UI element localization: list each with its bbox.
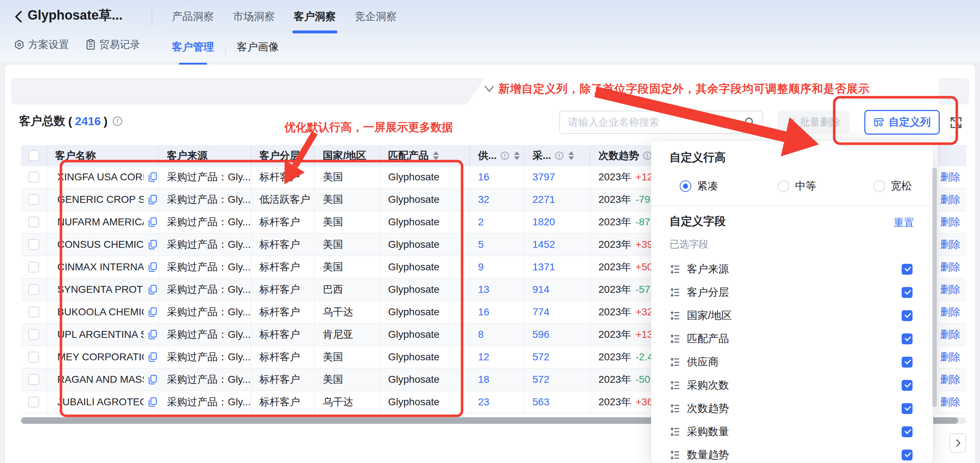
row-checkbox[interactable] — [28, 262, 39, 273]
drag-handle-icon[interactable] — [670, 287, 680, 297]
delete-link[interactable]: 删除 — [940, 238, 961, 251]
suppliers-count-link[interactable]: 12 — [478, 351, 489, 363]
suppliers-count-link[interactable]: 13 — [478, 284, 489, 295]
row-checkbox[interactable] — [28, 351, 39, 362]
copy-icon[interactable] — [147, 329, 158, 340]
delete-link[interactable]: 删除 — [940, 283, 961, 297]
delete-link[interactable]: 删除 — [940, 305, 961, 319]
purchase-count-link[interactable]: 1371 — [533, 261, 555, 273]
radio-medium[interactable]: 中等 — [778, 179, 816, 193]
delete-link[interactable]: 删除 — [940, 373, 961, 386]
drag-handle-icon[interactable] — [670, 450, 680, 460]
copy-icon[interactable] — [147, 194, 158, 205]
copy-icon[interactable] — [147, 374, 158, 385]
nav-tab[interactable]: 客户洞察 — [294, 10, 336, 34]
row-checkbox[interactable] — [28, 374, 39, 385]
field-checkbox[interactable] — [902, 426, 913, 437]
copy-icon[interactable] — [147, 239, 158, 250]
copy-icon[interactable] — [147, 397, 158, 407]
purchase-count-link[interactable]: 1820 — [533, 216, 555, 228]
search-icon[interactable] — [743, 116, 756, 128]
tab-customer-profile[interactable]: 客户画像 — [237, 38, 279, 62]
field-checkbox[interactable] — [902, 450, 913, 460]
delete-link[interactable]: 删除 — [940, 395, 961, 409]
drag-handle-icon[interactable] — [670, 357, 680, 367]
info-icon[interactable] — [500, 151, 509, 160]
info-icon[interactable] — [555, 151, 564, 160]
radio-compact[interactable]: 紧凑 — [680, 179, 718, 193]
row-checkbox[interactable] — [28, 239, 39, 250]
purchase-count-link[interactable]: 572 — [533, 374, 549, 385]
field-checkbox[interactable] — [902, 357, 913, 367]
field-checkbox[interactable] — [902, 287, 913, 298]
sort-icon[interactable] — [568, 151, 574, 160]
drag-handle-icon[interactable] — [670, 334, 680, 344]
back-icon[interactable] — [12, 10, 25, 24]
copy-icon[interactable] — [147, 262, 158, 273]
reset-link[interactable]: 重置 — [894, 216, 914, 230]
purchase-count-link[interactable]: 3797 — [533, 171, 555, 183]
sort-icon[interactable] — [433, 151, 439, 160]
info-icon[interactable] — [112, 116, 123, 127]
row-checkbox[interactable] — [28, 329, 39, 340]
vertical-scrollbar-thumb[interactable] — [932, 168, 937, 407]
customize-columns-button[interactable]: 自定义列 — [864, 110, 940, 135]
copy-icon[interactable] — [147, 351, 158, 362]
row-checkbox[interactable] — [28, 284, 39, 295]
drag-handle-icon[interactable] — [670, 264, 680, 274]
suppliers-count-link[interactable]: 18 — [478, 374, 489, 385]
suppliers-count-link[interactable]: 32 — [478, 194, 489, 205]
delete-link[interactable]: 删除 — [940, 193, 961, 206]
purchase-count-link[interactable]: 596 — [533, 329, 549, 340]
row-checkbox[interactable] — [28, 397, 39, 407]
scheme-settings-button[interactable]: 方案设置 — [14, 38, 69, 51]
sort-icon[interactable] — [514, 151, 520, 160]
suppliers-count-link[interactable]: 9 — [478, 261, 484, 273]
vertical-scrollbar[interactable] — [932, 166, 937, 414]
suppliers-count-link[interactable]: 8 — [478, 329, 484, 340]
drag-handle-icon[interactable] — [670, 380, 680, 390]
bulk-delete-button[interactable]: 批量删除 — [778, 111, 850, 134]
suppliers-count-link[interactable]: 5 — [478, 239, 484, 251]
purchase-count-link[interactable]: 572 — [533, 351, 549, 363]
radio-loose[interactable]: 宽松 — [873, 179, 912, 193]
delete-link[interactable]: 删除 — [940, 170, 961, 184]
row-checkbox[interactable] — [28, 307, 39, 318]
row-checkbox[interactable] — [28, 172, 39, 182]
chevron-down-icon[interactable] — [483, 83, 495, 94]
suppliers-count-link[interactable]: 2 — [478, 216, 484, 228]
row-checkbox[interactable] — [28, 194, 39, 205]
nav-tab[interactable]: 竞企洞察 — [355, 10, 397, 34]
drag-handle-icon[interactable] — [670, 404, 680, 414]
suppliers-count-link[interactable]: 23 — [478, 396, 489, 408]
search-input[interactable] — [568, 117, 743, 128]
purchase-count-link[interactable]: 774 — [533, 306, 549, 318]
delete-link[interactable]: 删除 — [940, 260, 961, 274]
delete-link[interactable]: 删除 — [940, 350, 961, 364]
delete-link[interactable]: 删除 — [940, 215, 961, 229]
copy-icon[interactable] — [147, 284, 158, 295]
drag-handle-icon[interactable] — [670, 427, 680, 437]
nav-tab[interactable]: 产品洞察 — [172, 10, 214, 34]
fullscreen-icon[interactable] — [949, 115, 963, 130]
copy-icon[interactable] — [147, 307, 158, 318]
drag-handle-icon[interactable] — [670, 311, 680, 321]
field-checkbox[interactable] — [902, 310, 913, 321]
field-checkbox[interactable] — [902, 403, 913, 414]
next-page-button[interactable] — [950, 433, 966, 453]
field-checkbox[interactable] — [902, 264, 913, 275]
trade-records-button[interactable]: 贸易记录 — [86, 38, 140, 51]
purchase-count-link[interactable]: 563 — [533, 396, 549, 408]
tab-customer-management[interactable]: 客户管理 — [172, 38, 214, 62]
row-checkbox[interactable] — [28, 217, 39, 228]
delete-link[interactable]: 删除 — [940, 328, 961, 342]
purchase-count-link[interactable]: 914 — [533, 284, 549, 295]
field-checkbox[interactable] — [902, 380, 913, 391]
field-checkbox[interactable] — [902, 334, 913, 344]
copy-icon[interactable] — [147, 217, 158, 228]
purchase-count-link[interactable]: 2271 — [533, 194, 555, 205]
suppliers-count-link[interactable]: 16 — [478, 306, 489, 318]
suppliers-count-link[interactable]: 16 — [478, 171, 489, 183]
nav-tab[interactable]: 市场洞察 — [233, 10, 275, 34]
select-all-checkbox[interactable] — [28, 150, 39, 161]
